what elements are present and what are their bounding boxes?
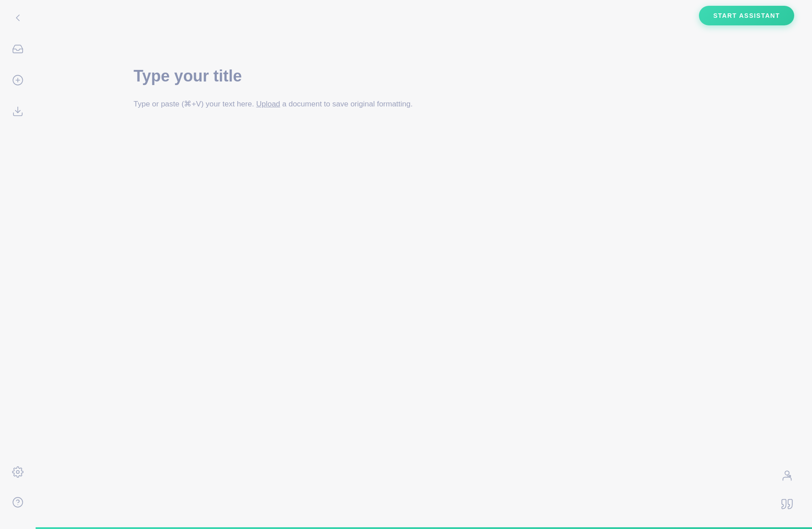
bottom-bar bbox=[36, 527, 812, 529]
document-body[interactable]: Type or paste (⌘+V) your text here. Uplo… bbox=[134, 98, 472, 111]
user-assign-button[interactable] bbox=[778, 467, 796, 484]
top-bar: START ASSISTANT bbox=[36, 0, 812, 31]
bottom-right-icons bbox=[778, 467, 796, 513]
document-title[interactable]: Type your title bbox=[134, 67, 785, 85]
body-text-part1: Type or paste (⌘+V) your text here. bbox=[134, 100, 256, 108]
upload-link[interactable]: Upload bbox=[256, 100, 280, 108]
main-content: Type your title Type or paste (⌘+V) your… bbox=[36, 31, 812, 529]
start-assistant-button[interactable]: START ASSISTANT bbox=[699, 6, 794, 25]
add-button[interactable] bbox=[9, 71, 27, 89]
download-button[interactable] bbox=[9, 102, 27, 120]
svg-point-5 bbox=[13, 497, 23, 507]
body-text-part2: a document to save original formatting. bbox=[280, 100, 413, 108]
sidebar bbox=[0, 0, 36, 529]
help-button[interactable] bbox=[9, 493, 27, 511]
inbox-button[interactable] bbox=[9, 40, 27, 58]
back-button[interactable] bbox=[9, 9, 27, 27]
quote-button[interactable] bbox=[778, 495, 796, 513]
settings-button[interactable] bbox=[9, 463, 27, 481]
svg-point-4 bbox=[16, 471, 20, 474]
svg-point-7 bbox=[785, 471, 789, 475]
